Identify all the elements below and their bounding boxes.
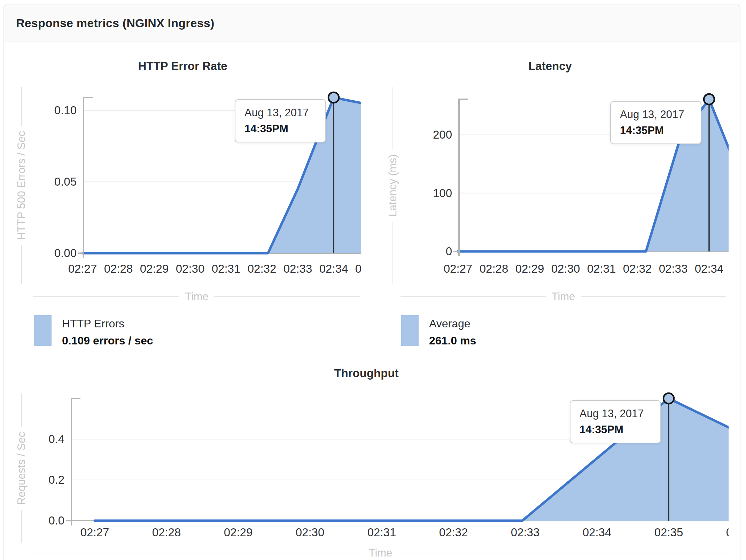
tooltip-throughput: Aug 13, 2017 14:35PM [570, 400, 661, 443]
tooltip-date: Aug 13, 2017 [620, 107, 692, 123]
svg-text:02:28: 02:28 [104, 262, 133, 275]
tooltip-date: Aug 13, 2017 [580, 406, 651, 422]
chart-title-throughput: Throughput [4, 366, 729, 381]
svg-text:02:32: 02:32 [623, 262, 652, 275]
svg-text:02:34: 02:34 [583, 526, 612, 539]
tooltip-time: 14:35PM [244, 121, 316, 137]
svg-text:02:36: 02:36 [726, 526, 746, 539]
svg-text:02:33: 02:33 [283, 262, 312, 275]
svg-text:02:30: 02:30 [176, 262, 205, 275]
svg-text:02:32: 02:32 [439, 526, 468, 539]
svg-text:02:35: 02:35 [654, 526, 683, 539]
svg-text:02:35: 02:35 [355, 262, 384, 275]
svg-text:0: 0 [446, 245, 452, 258]
svg-text:02:33: 02:33 [511, 526, 540, 539]
svg-text:02:31: 02:31 [367, 526, 396, 539]
legend-swatch [34, 315, 52, 346]
svg-text:0.00: 0.00 [54, 247, 77, 259]
tooltip-latency: Aug 13, 2017 14:35PM [610, 101, 701, 144]
svg-text:02:27: 02:27 [80, 526, 109, 539]
legend-swatch [401, 315, 419, 346]
svg-text:02:30: 02:30 [296, 526, 325, 539]
svg-text:02:29: 02:29 [224, 526, 253, 539]
chart-title-http-error-rate: HTTP Error Rate [4, 59, 361, 74]
svg-text:02:28: 02:28 [152, 526, 181, 539]
svg-text:0.0: 0.0 [48, 514, 64, 527]
svg-text:02:27: 02:27 [68, 262, 97, 275]
legend-value: 261.0 ms [429, 332, 476, 349]
svg-text:0.4: 0.4 [48, 433, 64, 445]
svg-text:02:34: 02:34 [319, 262, 348, 275]
tooltip-time: 14:35PM [580, 422, 651, 438]
svg-text:0.2: 0.2 [48, 473, 64, 486]
svg-text:02:31: 02:31 [212, 262, 241, 275]
legend-http-errors: HTTP Errors 0.109 errors / sec [34, 315, 153, 349]
tooltip-date: Aug 13, 2017 [244, 105, 316, 121]
svg-text:02:29: 02:29 [140, 262, 169, 275]
svg-text:02:29: 02:29 [515, 262, 544, 275]
svg-text:02:32: 02:32 [248, 262, 277, 275]
svg-text:02:35: 02:35 [731, 262, 746, 275]
svg-text:0.05: 0.05 [54, 175, 77, 188]
svg-text:02:33: 02:33 [659, 262, 688, 275]
svg-text:02:28: 02:28 [480, 262, 508, 275]
tooltip-time: 14:35PM [620, 123, 692, 139]
svg-text:02:34: 02:34 [695, 262, 724, 275]
legend-value: 0.109 errors / sec [62, 332, 153, 349]
svg-text:02:30: 02:30 [551, 262, 580, 275]
legend-label: Average [429, 315, 476, 332]
svg-text:02:27: 02:27 [444, 262, 473, 275]
svg-text:0.10: 0.10 [54, 104, 77, 117]
svg-text:200: 200 [433, 128, 452, 141]
tooltip-error-rate: Aug 13, 2017 14:35PM [235, 99, 326, 142]
chart-title-latency: Latency [372, 59, 729, 74]
svg-text:02:31: 02:31 [587, 262, 616, 275]
svg-text:100: 100 [433, 187, 452, 200]
metrics-dashboard: { "panel": { "title": "Response metrics … [0, 0, 746, 560]
legend-average-latency: Average 261.0 ms [401, 315, 476, 349]
legend-label: HTTP Errors [62, 315, 153, 332]
